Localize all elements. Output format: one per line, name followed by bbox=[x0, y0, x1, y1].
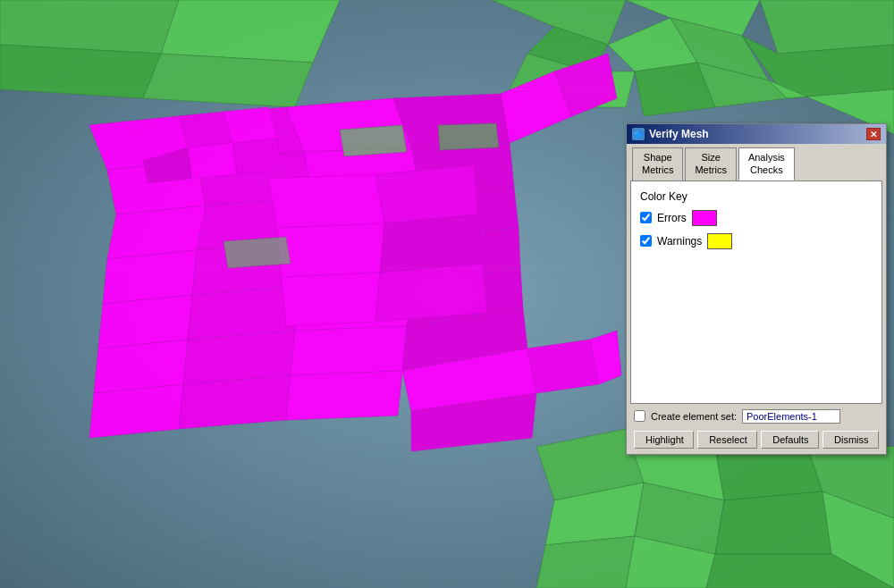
svg-marker-58 bbox=[375, 165, 478, 223]
color-key-heading: Color Key bbox=[640, 190, 873, 203]
svg-marker-67 bbox=[188, 143, 237, 179]
svg-marker-72 bbox=[89, 384, 183, 438]
tab-size-metrics[interactable]: Size Metrics bbox=[685, 147, 736, 181]
svg-marker-57 bbox=[268, 174, 384, 228]
svg-marker-68 bbox=[232, 139, 282, 174]
dialog-title-label: Verify Mesh bbox=[649, 128, 709, 140]
warnings-checkbox[interactable] bbox=[640, 235, 652, 247]
svg-marker-62 bbox=[375, 264, 487, 322]
tab-shape-metrics[interactable]: Shape Metrics bbox=[632, 147, 683, 181]
svg-marker-65 bbox=[224, 107, 277, 143]
warnings-label: Warnings bbox=[657, 235, 702, 248]
dismiss-button[interactable]: Dismiss bbox=[822, 431, 879, 449]
svg-marker-73 bbox=[179, 375, 291, 429]
create-element-set-checkbox[interactable] bbox=[634, 410, 645, 422]
svg-marker-74 bbox=[286, 371, 402, 420]
dialog-icon: 🔷 bbox=[632, 128, 645, 140]
reselect-button[interactable]: Reselect bbox=[697, 431, 757, 449]
svg-marker-71 bbox=[224, 237, 291, 268]
defaults-button[interactable]: Defaults bbox=[761, 431, 819, 449]
svg-marker-70 bbox=[438, 123, 499, 150]
close-button[interactable]: ✕ bbox=[866, 128, 881, 140]
svg-marker-14 bbox=[161, 0, 340, 63]
svg-marker-61 bbox=[282, 273, 380, 326]
highlight-button[interactable]: Highlight bbox=[634, 431, 694, 449]
create-element-set-label: Create element set: bbox=[651, 411, 737, 422]
errors-checkbox[interactable] bbox=[640, 212, 652, 223]
warnings-color-swatch bbox=[707, 233, 732, 249]
errors-color-swatch bbox=[692, 210, 717, 226]
verify-mesh-dialog: 🔷 Verify Mesh ✕ Shape Metrics Size Metri… bbox=[626, 123, 887, 455]
svg-marker-50 bbox=[291, 326, 407, 375]
dialog-titlebar: 🔷 Verify Mesh ✕ bbox=[627, 124, 886, 144]
svg-marker-69 bbox=[340, 125, 407, 156]
svg-marker-59 bbox=[277, 223, 384, 277]
dialog-bottom: Create element set: Highlight Reselect D… bbox=[627, 404, 886, 454]
tab-analysis-checks[interactable]: Analysis Checks bbox=[738, 147, 795, 181]
svg-marker-16 bbox=[143, 54, 313, 107]
svg-marker-15 bbox=[0, 45, 161, 98]
svg-marker-60 bbox=[380, 214, 483, 273]
warnings-row: Warnings bbox=[640, 233, 873, 249]
dialog-title: 🔷 Verify Mesh bbox=[632, 128, 709, 140]
svg-marker-64 bbox=[179, 112, 232, 147]
svg-marker-23 bbox=[715, 491, 831, 554]
errors-row: Errors bbox=[640, 210, 873, 226]
svg-marker-55 bbox=[527, 340, 599, 393]
errors-label: Errors bbox=[657, 212, 687, 224]
tab-content-analysis-checks: Color Key Errors Warnings bbox=[630, 181, 882, 404]
dialog-buttons: Highlight Reselect Defaults Dismiss bbox=[634, 431, 879, 449]
tab-bar: Shape Metrics Size Metrics Analysis Chec… bbox=[627, 144, 886, 181]
svg-marker-13 bbox=[0, 0, 179, 54]
element-set-name-input[interactable] bbox=[742, 409, 840, 424]
svg-marker-3 bbox=[760, 0, 894, 54]
create-element-set-row: Create element set: bbox=[634, 409, 879, 424]
